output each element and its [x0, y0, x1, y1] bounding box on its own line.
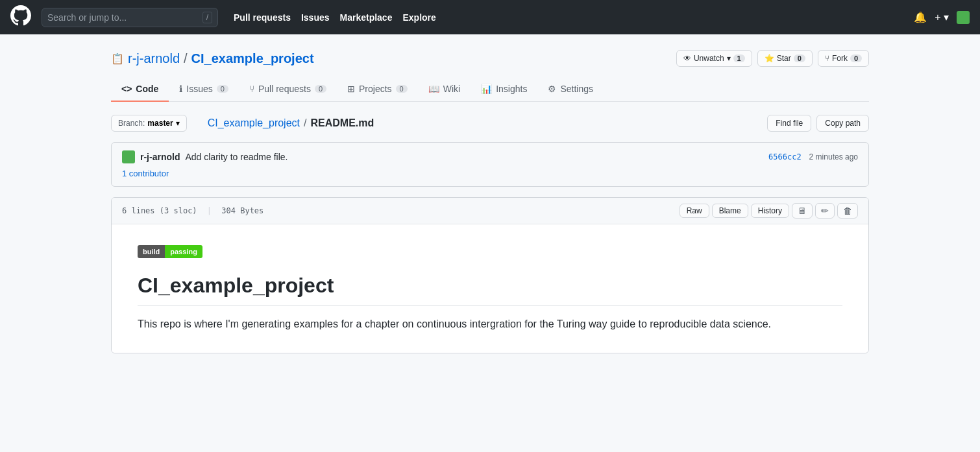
unwatch-label: Unwatch: [694, 54, 724, 63]
navbar: Search or jump to... / Pull requests Iss…: [0, 0, 980, 34]
commit-message: Add clarity to readme file.: [185, 152, 288, 162]
nav-explore[interactable]: Explore: [402, 12, 435, 23]
branch-selector[interactable]: Branch: master ▾: [111, 115, 187, 132]
badge-build-label: build: [138, 245, 165, 258]
star-button[interactable]: ⭐ Star 0: [757, 50, 813, 67]
file-path-current: README.md: [310, 117, 374, 129]
notifications-icon[interactable]: 🔔: [914, 11, 927, 23]
tab-pr-label: Pull requests: [258, 84, 311, 94]
commit-author-row: r-j-arnold Add clarity to readme file.: [122, 150, 288, 163]
raw-button[interactable]: Raw: [680, 204, 709, 218]
star-label: Star: [777, 54, 791, 63]
tab-pull-requests[interactable]: ⑂ Pull requests 0: [239, 77, 337, 102]
branch-label: Branch:: [118, 119, 145, 128]
tab-code[interactable]: <> Code: [111, 77, 169, 102]
file-box-header: 6 lines (3 sloc) | 304 Bytes Raw Blame H…: [112, 198, 868, 224]
avatar[interactable]: [957, 11, 970, 24]
blame-button[interactable]: Blame: [712, 204, 748, 218]
unwatch-chevron: ▾: [727, 54, 731, 63]
star-icon: ⭐: [765, 54, 774, 63]
edit-button[interactable]: ✏: [815, 203, 835, 219]
tab-issues-label: Issues: [186, 84, 212, 94]
star-count: 0: [794, 54, 805, 62]
branch-name: master: [147, 119, 173, 128]
repo-actions: 👁 Unwatch ▾ 1 ⭐ Star 0 ⑂ Fork 0: [676, 50, 869, 67]
navbar-right: 🔔 + ▾: [914, 11, 970, 24]
tab-projects-label: Projects: [359, 84, 392, 94]
nav-pull-requests[interactable]: Pull requests: [234, 12, 291, 23]
commit-timestamp: 2 minutes ago: [809, 152, 858, 161]
delete-button[interactable]: 🗑: [837, 203, 858, 219]
search-placeholder: Search or jump to...: [47, 12, 127, 23]
tab-insights[interactable]: 📊 Insights: [471, 77, 537, 102]
pr-count: 0: [315, 85, 326, 93]
display-icon: 🖥: [798, 206, 807, 216]
commit-author[interactable]: r-j-arnold: [140, 152, 180, 162]
projects-icon: ⊞: [347, 84, 355, 94]
stats-sep: |: [207, 206, 212, 215]
projects-count: 0: [396, 85, 408, 93]
repo-header: 📋 r-j-arnold / CI_example_project 👁 Unwa…: [111, 50, 869, 67]
navbar-links: Pull requests Issues Marketplace Explore: [234, 12, 436, 23]
new-menu-button[interactable]: + ▾: [935, 11, 949, 23]
tab-code-label: Code: [136, 84, 158, 94]
fork-label: Fork: [832, 54, 848, 63]
history-button[interactable]: History: [751, 204, 789, 218]
breadcrumb: 📋 r-j-arnold / CI_example_project: [111, 51, 314, 66]
fork-button[interactable]: ⑂ Fork 0: [818, 50, 869, 67]
tab-wiki[interactable]: 📖 Wiki: [418, 77, 471, 102]
find-file-button[interactable]: Find file: [767, 115, 811, 132]
eye-icon: 👁: [683, 54, 691, 63]
main-content: 📋 r-j-arnold / CI_example_project 👁 Unwa…: [101, 34, 879, 369]
delete-icon: 🗑: [843, 206, 852, 216]
file-path-sep: /: [304, 117, 306, 129]
nav-issues[interactable]: Issues: [301, 12, 330, 23]
file-path-root[interactable]: CI_example_project: [208, 117, 300, 129]
search-slash: /: [202, 12, 212, 23]
nav-marketplace[interactable]: Marketplace: [340, 12, 393, 23]
badge-status-label: passing: [165, 245, 202, 258]
file-path-bar: Branch: master ▾ CI_example_project / RE…: [111, 115, 869, 132]
file-content: build passing CI_example_project This re…: [112, 224, 868, 353]
tab-projects[interactable]: ⊞ Projects 0: [337, 77, 418, 102]
file-box: 6 lines (3 sloc) | 304 Bytes Raw Blame H…: [111, 197, 869, 353]
contributors-link[interactable]: 1 contributor: [122, 169, 858, 178]
file-path: CI_example_project / README.md: [208, 117, 374, 129]
copy-path-button[interactable]: Copy path: [816, 115, 869, 132]
commit-row: r-j-arnold Add clarity to readme file. 6…: [122, 150, 858, 163]
size-stat: 304 Bytes: [221, 206, 263, 215]
github-logo[interactable]: [10, 5, 31, 29]
display-icon-button[interactable]: 🖥: [792, 203, 813, 219]
build-badge[interactable]: build passing: [138, 245, 202, 258]
repo-icon: 📋: [111, 53, 124, 65]
breadcrumb-sep: /: [184, 51, 188, 66]
wiki-icon: 📖: [428, 84, 439, 94]
code-icon: <>: [121, 84, 132, 94]
unwatch-button[interactable]: 👁 Unwatch ▾ 1: [676, 50, 752, 67]
commit-box: r-j-arnold Add clarity to readme file. 6…: [111, 142, 869, 187]
insights-icon: 📊: [481, 84, 492, 94]
settings-icon: ⚙: [548, 84, 556, 94]
fork-count: 0: [850, 54, 862, 62]
readme-title: CI_example_project: [138, 274, 842, 306]
tab-settings-label: Settings: [560, 84, 593, 94]
file-path-actions: Find file Copy path: [767, 115, 869, 132]
repo-owner-link[interactable]: r-j-arnold: [128, 51, 180, 66]
tab-issues[interactable]: ℹ Issues 0: [169, 77, 239, 102]
tab-insights-label: Insights: [496, 84, 527, 94]
tab-settings[interactable]: ⚙ Settings: [537, 77, 604, 102]
lines-stat: 6 lines (3 sloc): [122, 206, 197, 215]
search-box[interactable]: Search or jump to... /: [42, 8, 218, 27]
edit-icon: ✏: [821, 206, 829, 216]
issues-count: 0: [217, 85, 228, 93]
repo-tabs: <> Code ℹ Issues 0 ⑂ Pull requests 0 ⊞ P…: [111, 77, 869, 102]
pr-icon: ⑂: [249, 84, 254, 94]
tab-wiki-label: Wiki: [443, 84, 460, 94]
fork-icon: ⑂: [825, 54, 829, 63]
commit-avatar: [122, 150, 135, 163]
repo-name-link[interactable]: CI_example_project: [191, 51, 314, 66]
branch-chevron: ▾: [176, 119, 180, 128]
readme-body: This repo is where I'm generating exampl…: [138, 316, 842, 332]
commit-sha[interactable]: 6566cc2: [768, 152, 802, 161]
file-stats: 6 lines (3 sloc) | 304 Bytes: [122, 206, 263, 215]
